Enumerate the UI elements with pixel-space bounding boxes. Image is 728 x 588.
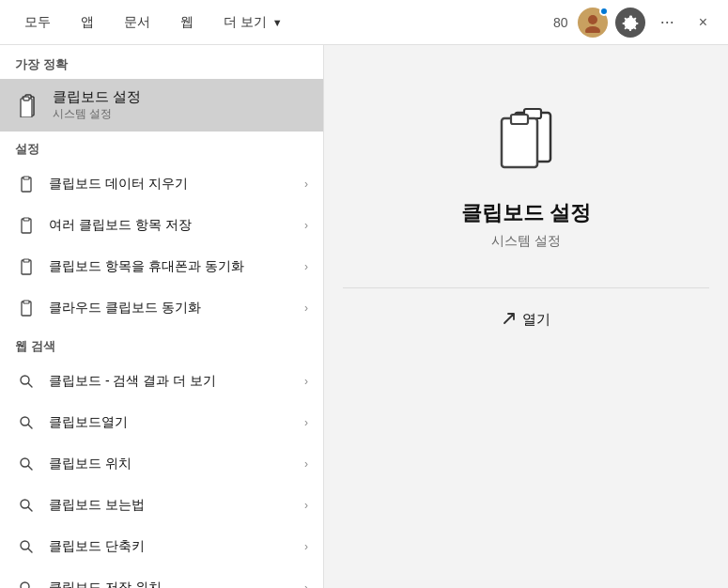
arrow-icon-1: › <box>304 219 308 232</box>
web-item-label-1: 클립보드열기 <box>49 414 304 431</box>
web-item-label-3: 클립보드 보는법 <box>49 497 304 514</box>
web-arrow-icon-0: › <box>304 375 308 388</box>
svg-line-20 <box>28 466 32 470</box>
web-item-4[interactable]: 클립보드 단축키 › <box>0 526 323 567</box>
avatar-icon <box>582 12 603 33</box>
svg-rect-10 <box>23 218 29 221</box>
highlighted-item-title: 클립보드 설정 <box>53 88 308 106</box>
settings-item-1[interactable]: 여러 클립보드 항목 저장 › <box>0 205 323 246</box>
tab-web[interactable]: 웹 <box>167 8 207 37</box>
arrow-icon-0: › <box>304 178 308 191</box>
settings-item-3[interactable]: 클라우드 클립보드 동기화 › <box>0 287 323 329</box>
web-item-3[interactable]: 클립보드 보는법 › <box>0 485 323 526</box>
highlighted-item-subtitle: 시스템 설정 <box>53 106 308 122</box>
svg-line-18 <box>28 425 32 428</box>
web-arrow-icon-4: › <box>304 540 308 553</box>
open-label: 열기 <box>522 311 550 329</box>
web-arrow-icon-1: › <box>304 416 308 429</box>
arrow-icon-3: › <box>304 302 308 315</box>
web-item-5[interactable]: 클립보드 저장 위치 › <box>0 567 323 588</box>
svg-rect-31 <box>502 118 537 167</box>
svg-rect-32 <box>511 115 528 124</box>
main-layout: 가장 정확 클립보드 설정 시스템 설정 설정 <box>0 45 728 588</box>
web-item-2[interactable]: 클립보드 위치 › <box>0 443 323 485</box>
web-item-0[interactable]: 클립보드 - 검색 결과 더 보기 › <box>0 361 323 402</box>
clipboard-data-icon <box>15 173 38 195</box>
open-icon <box>502 311 517 329</box>
web-arrow-icon-5: › <box>304 581 308 588</box>
clipboard-multi-icon <box>15 214 38 237</box>
clipboard-icon <box>15 92 41 118</box>
search-icon-5 <box>15 577 38 588</box>
svg-rect-5 <box>21 99 32 117</box>
titlebar: 모두 앱 문서 웹 더 보기 ▼ 80 ··· × <box>0 0 728 45</box>
web-item-label-0: 클립보드 - 검색 결과 더 보기 <box>49 373 304 390</box>
right-panel: 클립보드 설정 시스템 설정 열기 <box>324 45 728 588</box>
svg-line-24 <box>28 549 32 552</box>
settings-item-label-2: 클립보드 항목을 휴대폰과 동기화 <box>49 258 304 275</box>
svg-line-16 <box>28 383 32 387</box>
tab-all[interactable]: 모두 <box>11 8 64 37</box>
search-icon-3 <box>15 494 38 517</box>
best-match-label: 가장 정확 <box>0 45 323 79</box>
settings-button[interactable] <box>615 8 645 38</box>
badge-dot <box>599 7 609 16</box>
svg-point-1 <box>585 26 600 33</box>
settings-item-label-1: 여러 클립보드 항목 저장 <box>49 217 304 234</box>
svg-point-25 <box>21 582 29 588</box>
settings-item-label-0: 클립보드 데이터 지우기 <box>49 176 304 193</box>
detail-title: 클립보드 설정 <box>461 199 591 227</box>
arrow-icon-2: › <box>304 260 308 273</box>
clipboard-cloud-icon <box>15 297 38 319</box>
web-item-label-4: 클립보드 단축키 <box>49 538 304 555</box>
clipboard-sync-icon <box>15 255 38 278</box>
settings-icon <box>622 14 639 31</box>
titlebar-right: 80 ··· × <box>553 8 717 38</box>
svg-point-0 <box>588 15 597 24</box>
web-arrow-icon-2: › <box>304 457 308 471</box>
svg-rect-12 <box>23 259 29 262</box>
svg-rect-6 <box>23 97 29 101</box>
highlighted-item[interactable]: 클립보드 설정 시스템 설정 <box>0 79 323 132</box>
settings-item-0[interactable]: 클립보드 데이터 지우기 › <box>0 163 323 205</box>
svg-line-22 <box>28 507 32 511</box>
highlighted-item-text: 클립보드 설정 시스템 설정 <box>53 88 308 122</box>
detail-subtitle: 시스템 설정 <box>491 233 561 250</box>
tab-app[interactable]: 앱 <box>68 8 107 37</box>
search-icon-2 <box>15 453 38 475</box>
tab-more[interactable]: 더 보기 ▼ <box>210 8 296 37</box>
search-icon-0 <box>15 370 38 393</box>
web-section-label: 웹 검색 <box>0 329 323 361</box>
avatar[interactable] <box>578 8 608 38</box>
settings-section-label: 설정 <box>0 132 323 163</box>
detail-separator <box>343 287 709 288</box>
settings-item-label-3: 클라우드 클립보드 동기화 <box>49 300 304 317</box>
web-item-label-2: 클립보드 위치 <box>49 456 304 472</box>
svg-rect-8 <box>23 177 29 179</box>
search-icon-1 <box>15 411 38 434</box>
badge-number: 80 <box>553 15 568 30</box>
settings-item-2[interactable]: 클립보드 항목을 휴대폰과 동기화 › <box>0 246 323 287</box>
detail-clipboard-icon <box>488 101 564 177</box>
web-item-label-5: 클립보드 저장 위치 <box>49 580 304 588</box>
web-arrow-icon-3: › <box>304 499 308 512</box>
close-button[interactable]: × <box>689 10 717 35</box>
svg-rect-14 <box>23 301 29 303</box>
more-options-button[interactable]: ··· <box>653 8 682 36</box>
titlebar-tabs: 모두 앱 문서 웹 더 보기 ▼ <box>11 8 553 37</box>
search-icon-4 <box>15 535 38 558</box>
open-button[interactable]: 열기 <box>494 307 558 333</box>
tab-document[interactable]: 문서 <box>111 8 163 37</box>
left-panel: 가장 정확 클립보드 설정 시스템 설정 설정 <box>0 45 324 588</box>
web-item-1[interactable]: 클립보드열기 › <box>0 402 323 443</box>
